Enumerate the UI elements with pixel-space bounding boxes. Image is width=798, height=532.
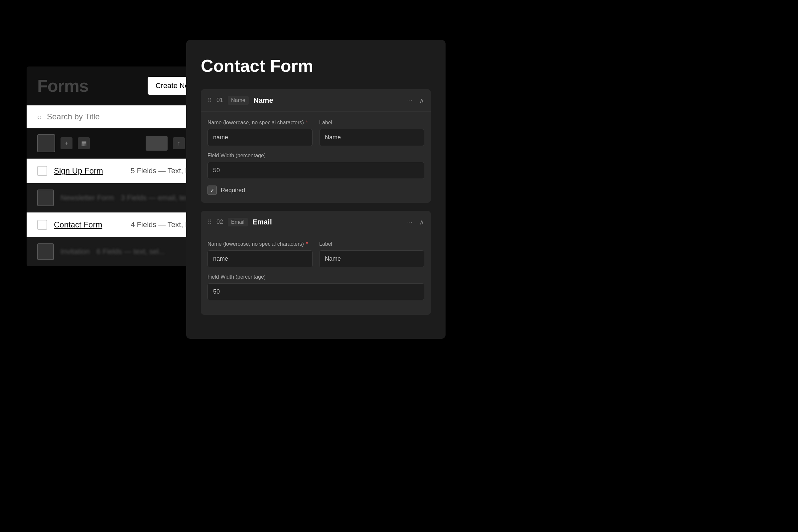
plus-icon: + bbox=[65, 140, 69, 147]
field-type-badge-email: Email bbox=[228, 218, 248, 226]
field-card-body-name: Name (lowercase, no special characters) … bbox=[201, 112, 431, 203]
blurred-form-title2: Invitation bbox=[60, 247, 90, 256]
form-thumb2 bbox=[37, 243, 54, 260]
form-list-item[interactable]: Sign Up Form 5 Fields — Text, Em... bbox=[26, 158, 213, 184]
forms-title: Forms bbox=[37, 76, 89, 96]
toolbar-row: + ▦ ↑ ↓ bbox=[26, 128, 213, 158]
field-width-row: Field Width (percentage) bbox=[208, 153, 424, 179]
check-icon: ✓ bbox=[210, 187, 214, 193]
field-card-body-email: Name (lowercase, no special characters) … bbox=[201, 233, 431, 315]
label-field-input[interactable] bbox=[319, 129, 424, 146]
email-width-row: Field Width (percentage) bbox=[208, 274, 424, 300]
arrow-up-button[interactable]: ↑ bbox=[173, 137, 185, 149]
search-input[interactable] bbox=[47, 112, 202, 121]
field-number-email: 02 bbox=[216, 218, 223, 225]
blurred-form-meta: 3 Fields — email, text bbox=[121, 193, 191, 202]
form-thumb bbox=[37, 190, 54, 206]
add-field-button[interactable]: + bbox=[60, 137, 73, 149]
name-field-input[interactable] bbox=[208, 129, 312, 146]
forms-list-panel: Forms Create New ⌕ + ▦ ↑ ↓ Sign Up Form … bbox=[26, 66, 213, 266]
field-card-header-name: ⠿ 01 Name Name ··· ∧ bbox=[201, 89, 431, 112]
blurred-form-row: Newsletter Form 3 Fields — email, text bbox=[26, 184, 213, 212]
required-row: ✓ Required bbox=[208, 186, 424, 195]
width-field-label: Field Width (percentage) bbox=[208, 153, 424, 158]
name-field-label: Name (lowercase, no special characters) … bbox=[208, 120, 312, 126]
more-options-button[interactable]: ··· bbox=[404, 95, 415, 106]
form-item-title: Contact Form bbox=[54, 220, 124, 229]
collapse-button-email[interactable]: ∧ bbox=[419, 218, 424, 226]
search-icon: ⌕ bbox=[37, 112, 41, 121]
blurred-form-title: Newsletter Form bbox=[60, 193, 114, 202]
email-width-field-label: Field Width (percentage) bbox=[208, 274, 424, 280]
field-group-email-name: Name (lowercase, no special characters) … bbox=[208, 241, 312, 267]
field-group-name: Name (lowercase, no special characters) … bbox=[208, 120, 312, 146]
required-label: Required bbox=[221, 187, 245, 194]
field-card-name: ⠿ 01 Name Name ··· ∧ Name (lowercase, no… bbox=[201, 89, 431, 203]
required-checkbox[interactable]: ✓ bbox=[208, 186, 217, 195]
thumbnail-icon bbox=[37, 134, 55, 152]
form-checkbox[interactable] bbox=[37, 166, 47, 176]
form-checkbox[interactable] bbox=[37, 220, 47, 230]
drag-icon-email[interactable]: ⠿ bbox=[208, 218, 212, 226]
email-name-field-input[interactable] bbox=[208, 250, 312, 267]
form-item-title: Sign Up Form bbox=[54, 166, 124, 175]
field-name-display: Name bbox=[253, 96, 400, 105]
field-row-name-label: Name (lowercase, no special characters) … bbox=[208, 120, 424, 146]
field-group-label: Label bbox=[319, 120, 424, 146]
field-number: 01 bbox=[216, 97, 223, 104]
form-list-item[interactable]: Contact Form 4 Fields — Text, Em... bbox=[26, 212, 213, 238]
field-group-email-label: Label bbox=[319, 241, 424, 267]
collapse-button[interactable]: ∧ bbox=[419, 96, 424, 104]
field-header-actions-email: ··· ∧ bbox=[404, 217, 424, 227]
drag-icon[interactable]: ⠿ bbox=[208, 97, 212, 104]
width-field-input[interactable] bbox=[208, 162, 424, 179]
grid-button[interactable]: ▦ bbox=[78, 137, 90, 149]
field-header-actions: ··· ∧ bbox=[404, 95, 424, 106]
more-options-button-email[interactable]: ··· bbox=[404, 217, 415, 227]
left-panel-header: Forms Create New bbox=[26, 66, 213, 106]
grid-icon: ▦ bbox=[81, 140, 87, 147]
field-name-display-email: Email bbox=[252, 218, 400, 226]
field-type-badge: Name bbox=[228, 96, 249, 105]
field-row-email-label: Name (lowercase, no special characters) … bbox=[208, 241, 424, 267]
field-card-email: ⠿ 02 Email Email ··· ∧ Name (lowercase, … bbox=[201, 211, 431, 315]
blurred-form-row2: Invitation 6 Fields — text, sel... bbox=[26, 238, 213, 266]
email-width-field-input[interactable] bbox=[208, 283, 424, 300]
email-label-field-input[interactable] bbox=[319, 250, 424, 267]
form-editor-panel: Contact Form ⠿ 01 Name Name ··· ∧ Name (… bbox=[186, 40, 445, 339]
email-name-field-label: Name (lowercase, no special characters) … bbox=[208, 241, 312, 247]
arrow-up-icon: ↑ bbox=[177, 140, 180, 147]
required-asterisk-email: * bbox=[306, 241, 308, 247]
field-card-header-email: ⠿ 02 Email Email ··· ∧ bbox=[201, 211, 431, 233]
blurred-form-meta2: 6 Fields — text, sel... bbox=[96, 247, 165, 256]
label-field-label: Label bbox=[319, 120, 424, 126]
search-bar: ⌕ bbox=[26, 106, 213, 128]
form-editor-title: Contact Form bbox=[201, 56, 431, 76]
email-label-field-label: Label bbox=[319, 241, 424, 247]
thumbnail2-icon bbox=[146, 136, 168, 151]
required-asterisk: * bbox=[306, 120, 308, 126]
